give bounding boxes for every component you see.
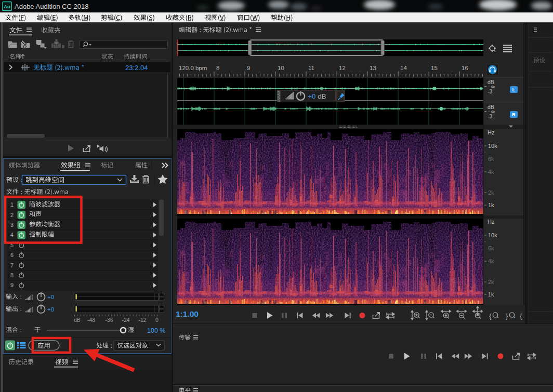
svg-text:4k: 4k — [488, 169, 494, 175]
svg-text:{: { — [520, 312, 522, 320]
svg-text:R: R — [512, 112, 516, 117]
svg-text:-12: -12 — [139, 317, 147, 323]
svg-text:-48: -48 — [87, 317, 95, 323]
svg-text:10k: 10k — [488, 232, 497, 238]
svg-text:-36: -36 — [106, 317, 113, 323]
svg-text:-3: -3 — [488, 113, 492, 119]
svg-text:23:2.04: 23:2.04 — [125, 64, 148, 72]
svg-text:2k: 2k — [488, 279, 494, 285]
svg-text:1k: 1k — [488, 291, 494, 298]
svg-text:1:1.00: 1:1.00 — [176, 309, 199, 318]
svg-text:12: 12 — [339, 65, 346, 71]
svg-text:dB: dB — [318, 92, 326, 100]
svg-text:10k: 10k — [488, 143, 497, 149]
svg-text:8: 8 — [10, 272, 14, 278]
svg-text:+0: +0 — [308, 92, 316, 100]
svg-text:15: 15 — [431, 65, 438, 71]
svg-text:16: 16 — [462, 65, 468, 71]
svg-text:Hz: Hz — [488, 129, 494, 136]
svg-text:100 %: 100 % — [147, 327, 165, 334]
svg-text:dB: dB — [74, 317, 81, 323]
svg-text:7: 7 — [10, 262, 14, 268]
svg-text:13: 13 — [370, 65, 376, 71]
svg-text:2: 2 — [10, 212, 14, 218]
svg-text:}: } — [506, 312, 508, 320]
svg-text:11: 11 — [308, 65, 314, 71]
svg-text:Hz: Hz — [488, 219, 494, 225]
svg-text:-24: -24 — [122, 317, 130, 323]
svg-text:2k: 2k — [488, 190, 494, 196]
svg-text:4: 4 — [10, 232, 14, 238]
svg-text:9: 9 — [10, 282, 14, 288]
svg-text:+0: +0 — [47, 306, 54, 313]
svg-text:3: 3 — [10, 222, 14, 228]
svg-text:Adobe Audition CC 2018: Adobe Audition CC 2018 — [15, 3, 88, 10]
svg-text:-3: -3 — [488, 88, 492, 94]
svg-text:6: 6 — [10, 252, 14, 258]
svg-text:0: 0 — [155, 317, 159, 323]
svg-text:10: 10 — [278, 65, 284, 71]
svg-text:9: 9 — [247, 65, 250, 71]
svg-text:6k: 6k — [488, 156, 494, 162]
svg-text:1: 1 — [10, 201, 14, 208]
svg-text:L: L — [512, 87, 516, 92]
svg-text:Au: Au — [4, 4, 10, 9]
svg-text:120.0 bpm: 120.0 bpm — [179, 65, 207, 71]
svg-text:14: 14 — [400, 65, 407, 71]
svg-text:+0: +0 — [47, 294, 54, 300]
svg-text:8: 8 — [216, 65, 219, 71]
svg-text:1k: 1k — [488, 202, 494, 208]
svg-text:4k: 4k — [488, 258, 494, 264]
svg-text:{: { — [489, 312, 492, 320]
svg-text:6k: 6k — [488, 245, 494, 251]
